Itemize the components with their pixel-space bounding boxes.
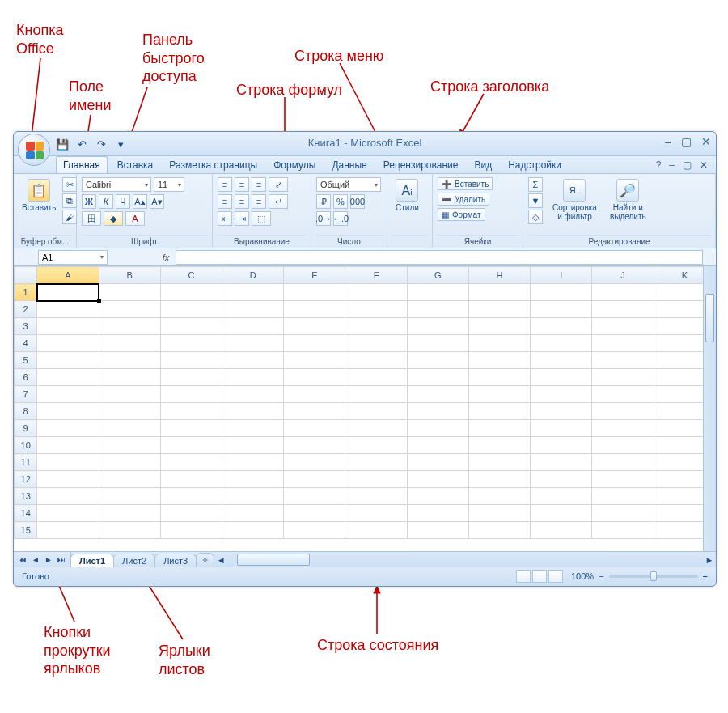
cell[interactable] xyxy=(37,386,99,403)
cell[interactable] xyxy=(99,386,160,403)
cell[interactable] xyxy=(222,352,284,369)
vertical-scroll-thumb[interactable] xyxy=(705,294,714,342)
cell[interactable] xyxy=(407,369,468,386)
cell[interactable] xyxy=(592,386,654,403)
sheet-tab-3[interactable]: Лист3 xyxy=(154,554,197,567)
maximize-icon[interactable]: ▢ xyxy=(681,135,692,148)
cell[interactable] xyxy=(37,454,99,471)
row-header[interactable]: 13 xyxy=(15,488,37,505)
cell[interactable] xyxy=(345,318,407,335)
cell[interactable] xyxy=(345,335,407,352)
row-header[interactable]: 2 xyxy=(15,301,37,318)
sort-filter-button[interactable]: Я↓ Сортировка и фильтр xyxy=(549,177,600,223)
clear-icon[interactable]: ◇ xyxy=(528,210,543,224)
cell[interactable] xyxy=(468,420,530,437)
cell[interactable] xyxy=(468,369,530,386)
cell[interactable] xyxy=(592,505,654,522)
horizontal-scrollbar[interactable]: ◄ ► xyxy=(214,552,716,567)
column-header[interactable]: J xyxy=(592,267,654,284)
orientation-icon[interactable]: ⤢ xyxy=(269,177,288,192)
cell[interactable] xyxy=(99,369,160,386)
cell[interactable] xyxy=(531,386,592,403)
cell[interactable] xyxy=(222,505,284,522)
cell[interactable] xyxy=(284,335,345,352)
cell[interactable] xyxy=(407,386,468,403)
cell[interactable] xyxy=(468,488,530,505)
tab-insert[interactable]: Вставка xyxy=(111,157,160,173)
sheet-tab-1[interactable]: Лист1 xyxy=(70,554,114,567)
cell[interactable] xyxy=(99,437,160,454)
cell[interactable] xyxy=(531,301,592,318)
increase-decimal-icon[interactable]: .0→ xyxy=(316,211,331,226)
cell[interactable] xyxy=(284,386,345,403)
increase-font-icon[interactable]: A▴ xyxy=(133,194,147,209)
format-cells-button[interactable]: ▦Формат xyxy=(438,208,485,221)
tab-page-layout[interactable]: Разметка страницы xyxy=(163,157,264,173)
row-header[interactable]: 8 xyxy=(15,403,37,420)
view-normal-icon[interactable] xyxy=(516,570,531,583)
cell[interactable] xyxy=(592,403,654,420)
column-header[interactable]: B xyxy=(99,267,160,284)
zoom-in-icon[interactable]: + xyxy=(703,571,708,581)
insert-cells-button[interactable]: ➕Вставить xyxy=(438,177,493,190)
find-select-button[interactable]: 🔎 Найти и выделить xyxy=(607,177,650,223)
cell[interactable] xyxy=(37,471,99,488)
tab-scroll-last-icon[interactable]: ⏭ xyxy=(56,554,67,566)
column-header[interactable]: G xyxy=(407,267,468,284)
cell[interactable] xyxy=(284,301,345,318)
cell[interactable] xyxy=(468,471,530,488)
cell[interactable] xyxy=(99,488,160,505)
cell[interactable] xyxy=(407,505,468,522)
cell[interactable] xyxy=(99,471,160,488)
increase-indent-icon[interactable]: ⇥ xyxy=(235,211,249,226)
cell[interactable] xyxy=(468,301,530,318)
cell[interactable] xyxy=(160,352,222,369)
cell[interactable] xyxy=(160,420,222,437)
cell[interactable] xyxy=(468,403,530,420)
cell[interactable] xyxy=(222,301,284,318)
formula-input[interactable] xyxy=(176,250,703,265)
cell[interactable] xyxy=(407,420,468,437)
cell[interactable] xyxy=(284,318,345,335)
cell[interactable] xyxy=(284,369,345,386)
italic-icon[interactable]: К xyxy=(99,194,113,209)
cell[interactable] xyxy=(345,488,407,505)
cell[interactable] xyxy=(345,471,407,488)
merge-icon[interactable]: ⬚ xyxy=(252,211,271,226)
cell[interactable] xyxy=(468,522,530,539)
align-left-icon[interactable]: ≡ xyxy=(218,194,232,209)
name-box[interactable]: A1 xyxy=(38,250,108,265)
cell[interactable] xyxy=(407,284,468,301)
cell[interactable] xyxy=(99,318,160,335)
view-layout-icon[interactable] xyxy=(532,570,547,583)
font-size-combo[interactable]: 11 xyxy=(154,177,184,192)
cell[interactable] xyxy=(160,335,222,352)
cell[interactable] xyxy=(160,386,222,403)
tab-addins[interactable]: Надстройки xyxy=(502,157,568,173)
cell[interactable] xyxy=(160,301,222,318)
row-header[interactable]: 10 xyxy=(15,437,37,454)
cell[interactable] xyxy=(222,420,284,437)
row-header[interactable]: 4 xyxy=(15,335,37,352)
row-header[interactable]: 5 xyxy=(15,352,37,369)
cell[interactable] xyxy=(160,403,222,420)
cell[interactable] xyxy=(37,420,99,437)
cell[interactable] xyxy=(222,335,284,352)
cell[interactable] xyxy=(222,386,284,403)
cell[interactable] xyxy=(345,454,407,471)
percent-icon[interactable]: % xyxy=(333,194,348,209)
cell[interactable] xyxy=(531,420,592,437)
row-header[interactable]: 12 xyxy=(15,471,37,488)
column-header[interactable]: H xyxy=(468,267,530,284)
cell[interactable] xyxy=(222,369,284,386)
cell[interactable] xyxy=(222,403,284,420)
cell[interactable] xyxy=(468,318,530,335)
tab-review[interactable]: Рецензирование xyxy=(377,157,465,173)
cell[interactable] xyxy=(284,352,345,369)
cell[interactable] xyxy=(37,335,99,352)
tab-scroll-next-icon[interactable]: ► xyxy=(43,554,54,566)
cell[interactable] xyxy=(592,420,654,437)
font-color-icon[interactable]: A xyxy=(125,211,145,226)
cell[interactable] xyxy=(222,318,284,335)
cell[interactable] xyxy=(284,437,345,454)
